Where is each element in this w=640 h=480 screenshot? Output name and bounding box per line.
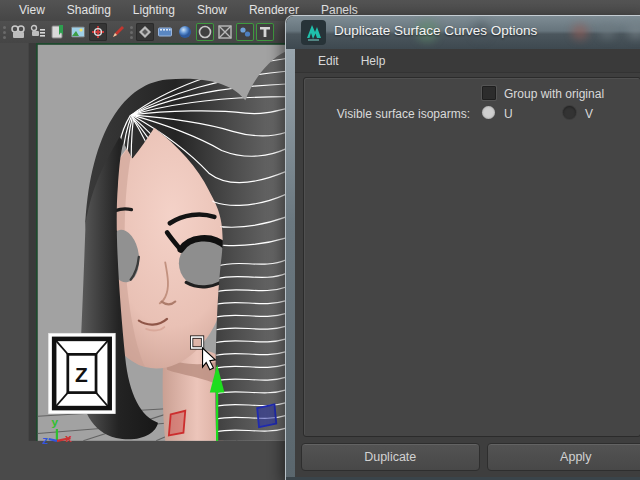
titlebar-blur-ghost — [600, 24, 615, 39]
dialog-titlebar[interactable]: Duplicate Surface Curves Options — [286, 16, 640, 49]
titlebar-blur-ghost — [628, 23, 640, 39]
xray-icon[interactable] — [216, 23, 234, 41]
dialog-options-panel: Group with original Visible surface isop… — [303, 77, 640, 437]
dialog-frame-left — [286, 49, 295, 480]
menu-lighting[interactable]: Lighting — [122, 1, 186, 20]
group-with-original-row: Group with original — [304, 86, 640, 102]
menu-show[interactable]: Show — [186, 1, 238, 20]
textured-icon[interactable] — [256, 23, 274, 41]
axis-z-label: z — [42, 433, 48, 447]
toolbar-separator — [129, 24, 134, 40]
axis-y-label: y — [51, 415, 58, 429]
menu-shading[interactable]: Shading — [56, 1, 122, 20]
isoparms-u-radio[interactable] — [482, 106, 495, 119]
duplicate-button[interactable]: Duplicate — [301, 443, 480, 471]
isoparms-v-label: V — [585, 107, 593, 121]
selected-curve-red[interactable] — [169, 411, 185, 436]
group-with-original-label: Group with original — [504, 87, 604, 101]
film-gate-icon[interactable] — [156, 23, 174, 41]
isoparms-v-radio[interactable] — [563, 106, 576, 119]
dialog-title: Duplicate Surface Curves Options — [334, 23, 537, 38]
isolate-select-icon[interactable] — [136, 23, 154, 41]
dialog-menubar: Edit Help — [295, 49, 640, 73]
toolbar-separator — [2, 24, 7, 40]
shaded-sphere-icon[interactable] — [176, 23, 194, 41]
titlebar-blur-ghost — [572, 24, 588, 40]
wireframe-circle-icon[interactable] — [196, 23, 214, 41]
maya-app-icon — [301, 20, 326, 45]
selected-curve-blue[interactable] — [257, 404, 276, 427]
dialog-menu-help[interactable]: Help — [352, 52, 395, 70]
pencil-icon[interactable] — [109, 23, 127, 41]
snap-crosshair-icon[interactable] — [89, 23, 107, 41]
axis-x-label: x — [65, 431, 72, 445]
apply-button[interactable]: Apply — [487, 443, 640, 471]
z-box-label: Z — [75, 363, 88, 386]
dialog-client-area: Edit Help Group with original Visible su… — [295, 49, 640, 477]
dialog-button-row: Duplicate Apply — [301, 443, 640, 471]
group-with-original-checkbox[interactable] — [482, 86, 496, 100]
default-material-icon[interactable] — [236, 23, 254, 41]
bookmark-icon[interactable] — [49, 23, 67, 41]
camera-attributes-icon[interactable] — [29, 23, 47, 41]
maya-application: View Shading Lighting Show Renderer Pane… — [0, 0, 640, 480]
menu-view[interactable]: View — [8, 1, 56, 20]
camera-icon[interactable] — [9, 23, 27, 41]
visible-surface-isoparms-row: Visible surface isoparms: U V — [304, 106, 640, 122]
visible-surface-isoparms-label: Visible surface isoparms: — [337, 107, 470, 121]
dialog-menu-edit[interactable]: Edit — [309, 52, 348, 70]
duplicate-surface-curves-options-dialog: Duplicate Surface Curves Options Edit He… — [285, 15, 640, 480]
z-image-plane[interactable]: Z — [49, 333, 115, 413]
image-plane-icon[interactable] — [69, 23, 87, 41]
active-panel-border-left — [36, 45, 38, 441]
isoparms-u-label: U — [504, 107, 513, 121]
